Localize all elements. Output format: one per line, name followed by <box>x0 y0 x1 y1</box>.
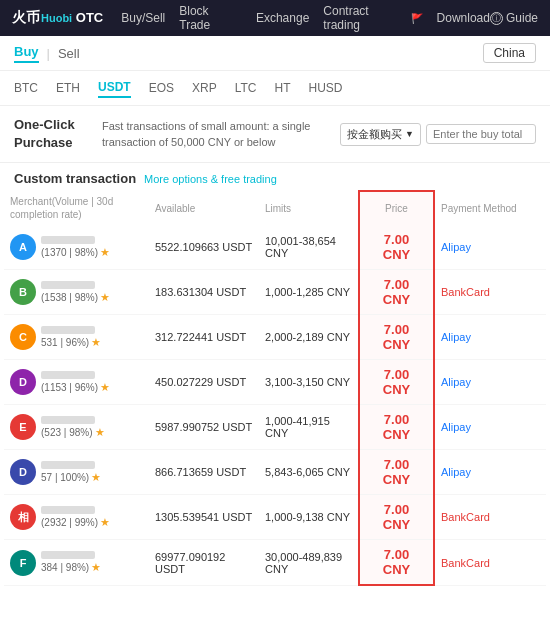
payment-cell: Alipay <box>434 405 546 450</box>
merchant-stats: (1370 | 98%) ★ <box>41 246 110 259</box>
star-icon: ★ <box>91 561 101 574</box>
available-cell: 69977.090192 USDT <box>149 540 259 586</box>
limits-cell: 10,001-38,654 CNY <box>259 225 359 270</box>
tab-husd[interactable]: HUSD <box>308 79 342 97</box>
nav-buysell[interactable]: Buy/Sell <box>121 11 165 25</box>
avatar: D <box>10 369 36 395</box>
limits-cell: 1,000-41,915 CNY <box>259 405 359 450</box>
merchant-name-bar <box>41 326 95 334</box>
merchant-stats: (523 | 98%) ★ <box>41 426 105 439</box>
merchant-name-bar <box>41 461 95 469</box>
tab-divider: | <box>47 46 50 61</box>
price-cell: 7.00 CNY <box>359 270 434 315</box>
star-icon: ★ <box>91 336 101 349</box>
guide-link[interactable]: ⓘ Guide <box>490 11 538 25</box>
table-row: D (1153 | 96%) ★ 450.027229 USDT3,100-3,… <box>4 360 546 405</box>
merchant-cell[interactable]: A (1370 | 98%) ★ <box>4 225 149 270</box>
payment-cell: Alipay <box>434 315 546 360</box>
merchant-stats: 384 | 98%) ★ <box>41 561 101 574</box>
amount-dropdown[interactable]: 按金额购买 ▼ <box>340 123 421 146</box>
avatar: D <box>10 459 36 485</box>
limits-cell: 1,000-1,285 CNY <box>259 270 359 315</box>
merchant-name-bar <box>41 416 95 424</box>
buy-total-input[interactable] <box>426 124 536 144</box>
avatar: 相 <box>10 504 36 530</box>
one-click-label: One-Click Purchase <box>14 116 90 152</box>
table-header-row: Merchant(Volume | 30d completion rate) A… <box>4 191 546 225</box>
available-cell: 5522.109663 USDT <box>149 225 259 270</box>
merchant-cell[interactable]: C 531 | 96%) ★ <box>4 315 149 360</box>
available-cell: 1305.539541 USDT <box>149 495 259 540</box>
table-row: D 57 | 100%) ★ 866.713659 USDT5,843-6,06… <box>4 450 546 495</box>
sell-tab[interactable]: Sell <box>58 46 80 61</box>
merchant-stats: (2932 | 99%) ★ <box>41 516 110 529</box>
price-cell: 7.00 CNY <box>359 405 434 450</box>
custom-transaction-header: Custom transaction More options & free t… <box>0 163 550 190</box>
payment-cell: BankCard <box>434 495 546 540</box>
star-icon: ★ <box>91 471 101 484</box>
price-cell: 7.00 CNY <box>359 315 434 360</box>
custom-transaction-title: Custom transaction <box>14 171 136 186</box>
merchant-cell[interactable]: B (1538 | 98%) ★ <box>4 270 149 315</box>
merchant-name-bar <box>41 236 95 244</box>
circle-icon: ⓘ <box>490 12 503 25</box>
star-icon: ★ <box>95 426 105 439</box>
logo: 火币Huobi OTC <box>12 9 103 27</box>
payment-cell: Alipay <box>434 225 546 270</box>
tab-ht[interactable]: HT <box>274 79 290 97</box>
available-cell: 866.713659 USDT <box>149 450 259 495</box>
merchant-name-bar <box>41 551 95 559</box>
avatar: F <box>10 550 36 576</box>
table-row: F 384 | 98%) ★ 69977.090192 USDT30,000-4… <box>4 540 546 586</box>
dropdown-arrow-icon: ▼ <box>405 129 414 139</box>
table-row: A (1370 | 98%) ★ 5522.109663 USDT10,001-… <box>4 225 546 270</box>
tab-usdt[interactable]: USDT <box>98 78 131 98</box>
col-header-merchant: Merchant(Volume | 30d completion rate) <box>4 191 149 225</box>
payment-cell: Alipay <box>434 450 546 495</box>
merchant-stats: 531 | 96%) ★ <box>41 336 101 349</box>
table-row: B (1538 | 98%) ★ 183.631304 USDT1,000-1,… <box>4 270 546 315</box>
table-row: E (523 | 98%) ★ 5987.990752 USDT1,000-41… <box>4 405 546 450</box>
merchant-cell[interactable]: D 57 | 100%) ★ <box>4 450 149 495</box>
avatar: E <box>10 414 36 440</box>
nav-exchange[interactable]: Exchange <box>256 11 309 25</box>
merchant-cell[interactable]: E (523 | 98%) ★ <box>4 405 149 450</box>
tab-xrp[interactable]: XRP <box>192 79 217 97</box>
merchant-cell[interactable]: D (1153 | 96%) ★ <box>4 360 149 405</box>
merchant-name-bar <box>41 281 95 289</box>
china-button[interactable]: China <box>483 43 536 63</box>
tab-btc[interactable]: BTC <box>14 79 38 97</box>
price-cell: 7.00 CNY <box>359 450 434 495</box>
col-header-limits: Limits <box>259 191 359 225</box>
available-cell: 183.631304 USDT <box>149 270 259 315</box>
tab-eth[interactable]: ETH <box>56 79 80 97</box>
avatar: A <box>10 234 36 260</box>
custom-transaction-subtitle[interactable]: More options & free trading <box>144 173 277 185</box>
col-header-available: Available <box>149 191 259 225</box>
payment-cell: BankCard <box>434 270 546 315</box>
merchant-name-bar <box>41 371 95 379</box>
available-cell: 5987.990752 USDT <box>149 405 259 450</box>
tab-eos[interactable]: EOS <box>149 79 174 97</box>
merchant-cell[interactable]: F 384 | 98%) ★ <box>4 540 149 586</box>
star-icon: ★ <box>100 516 110 529</box>
payment-cell: Alipay <box>434 360 546 405</box>
limits-cell: 30,000-489,839 CNY <box>259 540 359 586</box>
buy-sell-bar: Buy | Sell China <box>0 36 550 71</box>
nav-blocktrade[interactable]: Block Trade <box>179 4 242 32</box>
buy-tab[interactable]: Buy <box>14 44 39 63</box>
nav-contract[interactable]: Contract trading 🚩 <box>323 4 422 32</box>
nav-download[interactable]: Download <box>437 11 490 25</box>
star-icon: ★ <box>100 291 110 304</box>
price-cell: 7.00 CNY <box>359 540 434 586</box>
tab-ltc[interactable]: LTC <box>235 79 257 97</box>
top-nav: Buy/Sell Block Trade Exchange Contract t… <box>121 4 490 32</box>
available-cell: 312.722441 USDT <box>149 315 259 360</box>
col-header-payment: Payment Method <box>434 191 546 225</box>
limits-cell: 3,100-3,150 CNY <box>259 360 359 405</box>
one-click-controls: 按金额购买 ▼ <box>340 123 536 146</box>
logo-text: 火币Huobi OTC <box>12 9 103 27</box>
payment-cell: BankCard <box>434 540 546 586</box>
merchant-name-bar <box>41 506 95 514</box>
merchant-cell[interactable]: 相 (2932 | 99%) ★ <box>4 495 149 540</box>
